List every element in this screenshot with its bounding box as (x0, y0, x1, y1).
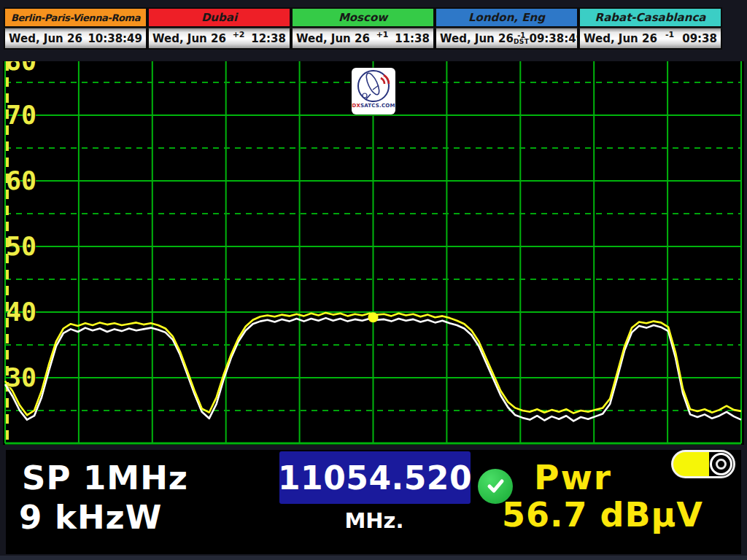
span-setting: SP 1MHz (22, 459, 188, 497)
clock-column-london: London, Eng Wed, Jun 26 -1 DST 09:38:49 (435, 7, 578, 50)
logo-text-satcs: SATCS.COM (360, 103, 395, 109)
tab-rabat-casablanca[interactable]: Rabat-Casablanca (578, 7, 722, 28)
y-axis-label: 50 (6, 232, 57, 261)
date-text: Wed, Jun 26 (152, 32, 226, 45)
datetime-moscow: Wed, Jun 26 +1 11:38 (291, 28, 435, 50)
clock-column-rabat: Rabat-Casablanca Wed, Jun 26 -1 09:38 (578, 7, 722, 50)
date-text: Wed, Jun 26 (584, 32, 657, 45)
power-toggle[interactable] (671, 450, 735, 478)
utc-offset: +2 (226, 30, 251, 39)
spectrum-chart: 80 70 60 50 40 30 (3, 61, 744, 445)
tab-berlin-paris-vienna-roma[interactable]: Berlin-Paris-Vienna-Roma (4, 7, 147, 28)
dxsatcs-logo: DXSATCS.COM (352, 68, 395, 114)
tab-moscow[interactable]: Moscow (291, 7, 435, 28)
logo-text: DXSATCS.COM (352, 103, 395, 109)
datetime-berlin: Wed, Jun 26 10:38:49 (4, 28, 147, 50)
clock-column-berlin: Berlin-Paris-Vienna-Roma Wed, Jun 26 10:… (4, 7, 147, 50)
logo-text-dx: DX (352, 103, 360, 109)
rbw-setting: 9 kHzW (19, 498, 162, 537)
date-text: Wed, Jun 26 (296, 32, 370, 45)
bottom-strip (0, 556, 747, 560)
y-axis-label: 40 (6, 298, 57, 327)
marker-dot[interactable] (368, 312, 379, 322)
utc-offset: -1 (657, 30, 682, 39)
readout-panel: SP 1MHz 9 kHzW 11054.520 MHz. Pwr 56.7 d… (6, 450, 741, 554)
date-text: Wed, Jun 26 (9, 32, 82, 45)
satellite-dish-icon (353, 68, 394, 106)
power-label: Pwr (534, 457, 612, 497)
dst-offset: -1 DST (514, 28, 530, 42)
datetime-london: Wed, Jun 26 -1 DST 09:38:49 (435, 28, 578, 50)
time-text: 11:38 (395, 32, 430, 45)
time-text: 10:38:49 (88, 32, 142, 45)
y-axis-label: 60 (6, 166, 57, 195)
dst-label: DST (514, 39, 530, 44)
time-text: 12:38 (251, 32, 286, 45)
clock-column-dubai: Dubai Wed, Jun 26 +2 12:38 (147, 7, 291, 50)
tab-london-eng[interactable]: London, Eng (435, 7, 578, 28)
datetime-dubai: Wed, Jun 26 +2 12:38 (147, 28, 291, 50)
clock-column-moscow: Moscow Wed, Jun 26 +1 11:38 (291, 7, 435, 50)
spectrum-plot (3, 61, 744, 445)
y-axis-label: 80 (6, 61, 57, 76)
power-value: 56.7 dBµV (502, 495, 703, 534)
time-text: 09:38:49 (529, 32, 584, 45)
datetime-rabat: Wed, Jun 26 -1 09:38 (578, 28, 722, 50)
y-axis-label: 30 (6, 363, 57, 392)
utc-offset: +1 (370, 30, 395, 39)
frequency-display[interactable]: 11054.520 (279, 451, 471, 504)
frequency-value: 11054.520 (278, 459, 472, 497)
toggle-knob (710, 453, 732, 475)
time-text: 09:38 (682, 32, 717, 45)
date-text: Wed, Jun 26 (440, 32, 514, 45)
frequency-unit: MHz. (330, 508, 418, 533)
y-axis-label: 70 (6, 101, 57, 130)
tab-dubai[interactable]: Dubai (147, 7, 291, 28)
